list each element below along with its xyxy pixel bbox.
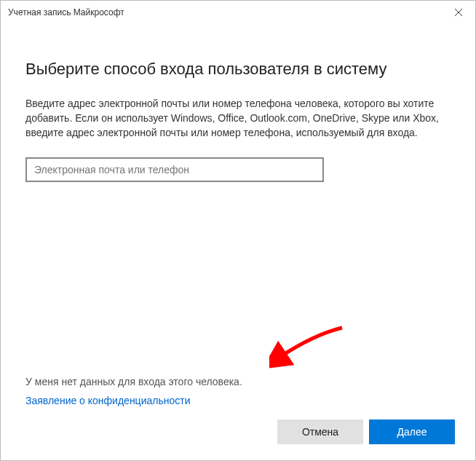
window-title: Учетная запись Майкрософт — [8, 1, 124, 24]
close-icon — [455, 9, 462, 16]
no-login-info-link[interactable]: У меня нет данных для входа этого челове… — [25, 376, 451, 387]
close-button[interactable] — [442, 1, 475, 24]
spacer — [25, 182, 451, 376]
titlebar: Учетная запись Майкрософт — [1, 1, 475, 24]
bottom-links: У меня нет данных для входа этого челове… — [25, 376, 451, 406]
email-phone-input[interactable] — [25, 157, 324, 182]
dialog-window: Учетная запись Майкрософт Выберите спосо… — [0, 0, 476, 461]
button-bar: Отмена Далее — [1, 419, 475, 460]
content-area: Выберите способ входа пользователя в сис… — [1, 24, 475, 419]
privacy-statement-link[interactable]: Заявление о конфиденциальности — [25, 395, 451, 406]
next-button[interactable]: Далее — [369, 419, 455, 444]
description-text: Введите адрес электронной почты или номе… — [25, 96, 451, 141]
cancel-button[interactable]: Отмена — [277, 419, 363, 444]
page-heading: Выберите способ входа пользователя в сис… — [25, 59, 451, 80]
